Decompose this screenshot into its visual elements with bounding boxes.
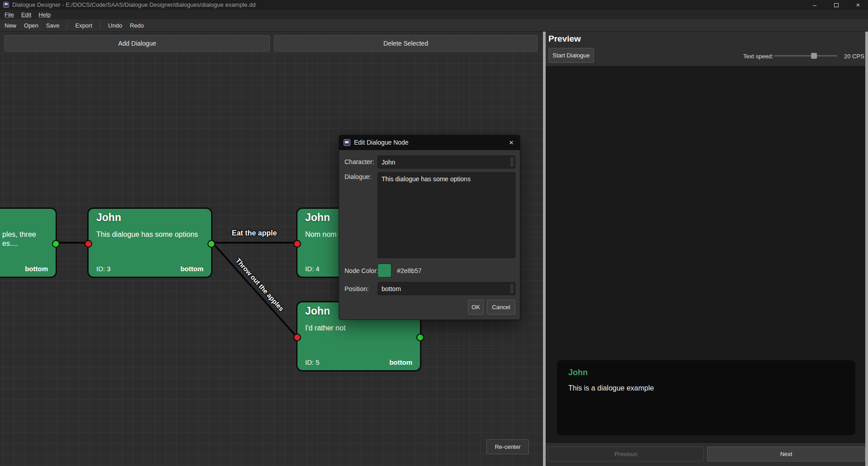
node-body: This dialogue has some options	[96, 230, 206, 239]
node-color-value: #2e8b57	[397, 267, 422, 274]
edge-line	[212, 242, 297, 337]
edge-line	[55, 242, 89, 244]
input-scroll-thumb	[510, 284, 514, 293]
dialogue-box: John This is a dialogue example	[557, 360, 855, 435]
dialogue-label: Dialogue:	[344, 173, 371, 180]
dialogue-text: This is a dialogue example	[568, 384, 654, 392]
toolbar-separator	[100, 22, 100, 29]
input-scroll-thumb	[510, 157, 514, 167]
preview-viewport: John This is a dialogue example	[546, 66, 865, 443]
speaker-name: John	[568, 368, 588, 377]
close-button[interactable]: ×	[850, 0, 866, 10]
node-id-label: ID: 4	[305, 265, 320, 273]
dialog-icon	[344, 139, 350, 146]
next-button[interactable]: Next	[707, 447, 865, 461]
dialogue-node-partial[interactable]: ples, three es.... bottom	[0, 207, 57, 278]
menu-edit[interactable]: Edit	[21, 11, 31, 18]
minimize-button[interactable]: –	[807, 0, 822, 10]
slider-track	[774, 55, 837, 56]
position-input[interactable]	[377, 282, 515, 295]
node-id-label: ID: 3	[96, 265, 111, 273]
toolbar: New Open Save Export Undo Redo	[0, 19, 868, 32]
character-input[interactable]	[377, 155, 515, 169]
edge-label-eat-the-apple: Eat the apple	[212, 229, 296, 237]
toolbar-save-button[interactable]: Save	[46, 22, 60, 29]
ok-button[interactable]: OK	[468, 300, 484, 315]
toolbar-undo-button[interactable]: Undo	[108, 22, 122, 29]
menu-bar: File Edit Help	[0, 10, 868, 19]
delete-selected-button[interactable]: Delete Selected	[274, 35, 538, 52]
node-body: I'd rather not	[305, 324, 415, 333]
slider-handle[interactable]	[811, 53, 817, 59]
node-title: John	[96, 212, 121, 224]
app-icon	[3, 2, 9, 8]
text-speed-slider[interactable]	[774, 50, 837, 61]
toolbar-open-button[interactable]: Open	[24, 22, 38, 29]
preview-panel: Preview Start Dialogue Text speed: 20 CP…	[546, 32, 865, 466]
dialog-title: Edit Dialogue Node	[354, 135, 409, 150]
node-color-swatch[interactable]	[377, 264, 392, 278]
menu-help[interactable]: Help	[38, 11, 51, 18]
input-port-icon[interactable]	[293, 334, 301, 341]
node-title: John	[305, 212, 330, 224]
toolbar-separator	[67, 22, 67, 29]
recenter-button[interactable]: Re-center	[486, 439, 529, 454]
dialog-title-bar[interactable]: Edit Dialogue Node ×	[339, 135, 520, 150]
output-port-icon[interactable]	[416, 334, 424, 341]
preview-heading: Preview	[548, 34, 581, 44]
output-port-icon[interactable]	[52, 240, 60, 248]
maximize-icon	[834, 3, 839, 7]
node-id-label: ID: 5	[305, 358, 320, 366]
node-position-label: bottom	[180, 265, 203, 273]
input-port-icon[interactable]	[85, 240, 92, 248]
toolbar-redo-button[interactable]: Redo	[130, 22, 144, 29]
main-area: Add Dialogue Delete Selected Eat the app…	[0, 32, 868, 466]
preview-scrollbar[interactable]	[865, 32, 868, 466]
text-speed-label: Text speed:	[743, 53, 774, 60]
position-label: Position:	[344, 285, 369, 292]
text-speed-value: 20 CPS	[844, 53, 864, 60]
edge-label-throw-out-apples: Throw out the apples	[215, 235, 305, 334]
previous-button[interactable]: Previous	[548, 447, 704, 461]
cancel-button[interactable]: Cancel	[487, 300, 515, 315]
app-window: Dialogue Designer - E:/DOCS/Code/SAAS/Di…	[0, 0, 868, 466]
window-title: Dialogue Designer - E:/DOCS/Code/SAAS/Di…	[12, 0, 255, 10]
node-position-label: bottom	[389, 358, 412, 366]
toolbar-export-button[interactable]: Export	[75, 22, 92, 29]
input-port-icon[interactable]	[293, 240, 301, 248]
edge-line-diagonal: Throw out the apples	[212, 243, 296, 336]
output-port-icon[interactable]	[208, 240, 215, 248]
node-title: John	[305, 305, 330, 317]
title-bar[interactable]: Dialogue Designer - E:/DOCS/Code/SAAS/Di…	[0, 0, 868, 10]
toolbar-new-button[interactable]: New	[5, 22, 16, 29]
dialog-close-button[interactable]: ×	[505, 135, 517, 150]
dialogue-node-3[interactable]: John This dialogue has some options ID: …	[87, 207, 212, 278]
character-label: Character:	[344, 158, 374, 165]
maximize-button[interactable]	[829, 0, 844, 10]
node-body: ples, three es....	[2, 230, 36, 248]
dialogue-textarea[interactable]: This dialogue has some options	[377, 172, 515, 258]
start-dialogue-button[interactable]: Start Dialogue	[548, 48, 594, 63]
node-color-label: Node Color:	[344, 267, 378, 274]
add-dialogue-button[interactable]: Add Dialogue	[5, 35, 270, 52]
edit-dialogue-node-dialog: Edit Dialogue Node × Character: Dialogue…	[339, 135, 520, 320]
node-position-label: bottom	[25, 265, 48, 273]
menu-file[interactable]: File	[5, 11, 14, 18]
